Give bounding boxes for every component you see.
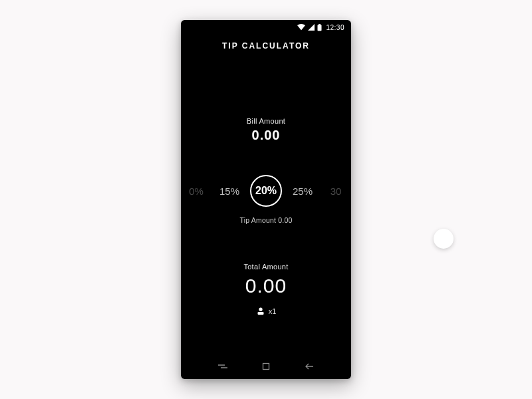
signal-icon <box>308 24 315 31</box>
svg-rect-4 <box>263 364 269 370</box>
recent-apps-button[interactable] <box>213 360 233 373</box>
svg-point-2 <box>259 308 262 311</box>
tip-amount-label: Tip Amount 0.00 <box>239 216 292 224</box>
tip-option-1[interactable]: 15% <box>217 186 242 197</box>
floating-action-circle[interactable] <box>434 229 454 249</box>
battery-icon <box>317 24 322 31</box>
phone-frame: 12:30 TIP CALCULATOR Bill Amount 0.00 0%… <box>181 20 351 379</box>
bill-amount-block[interactable]: Bill Amount 0.00 <box>247 117 285 143</box>
person-icon <box>256 307 265 316</box>
svg-rect-3 <box>257 312 263 315</box>
total-amount-value: 0.00 <box>243 275 288 297</box>
svg-rect-0 <box>319 24 321 25</box>
total-amount-block: Total Amount 0.00 <box>243 263 288 297</box>
wifi-icon <box>297 24 305 31</box>
android-nav-bar <box>181 356 351 379</box>
tip-option-3[interactable]: 25% <box>290 186 315 197</box>
bill-amount-label: Bill Amount <box>247 117 285 125</box>
app-title: TIP CALCULATOR <box>181 41 351 51</box>
clock: 12:30 <box>326 24 344 31</box>
bill-amount-value: 0.00 <box>247 128 285 143</box>
back-button[interactable] <box>299 360 319 373</box>
svg-rect-1 <box>318 25 322 31</box>
home-button[interactable] <box>256 360 276 373</box>
content-area: Bill Amount 0.00 0% 15% 20% 25% 30 Tip A… <box>181 51 351 356</box>
tip-percentage-picker[interactable]: 0% 15% 20% 25% 30 <box>181 175 351 207</box>
tip-option-4[interactable]: 30 <box>323 186 348 197</box>
people-count: x1 <box>269 307 277 315</box>
people-splitter[interactable]: x1 <box>256 307 277 316</box>
total-amount-label: Total Amount <box>243 263 288 271</box>
tip-option-selected[interactable]: 20% <box>250 175 282 207</box>
tip-option-0[interactable]: 0% <box>184 186 209 197</box>
status-bar: 12:30 <box>181 20 351 33</box>
